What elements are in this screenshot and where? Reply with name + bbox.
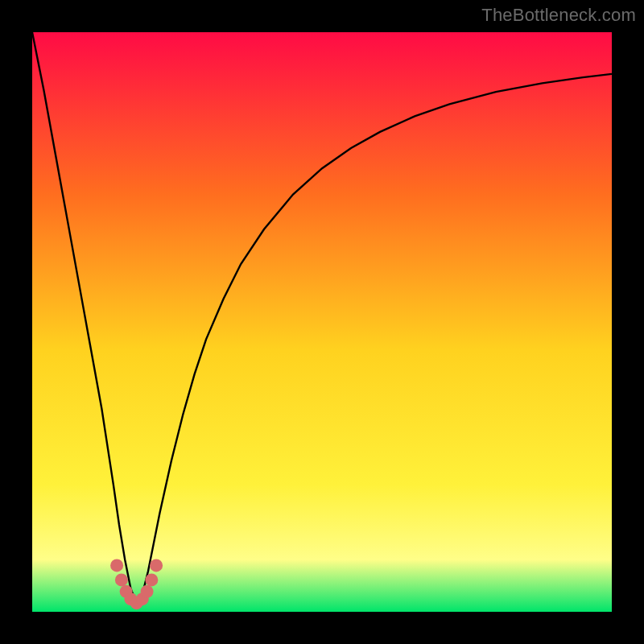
marker-dot bbox=[150, 559, 163, 572]
watermark-text: TheBottleneck.com bbox=[481, 5, 636, 26]
marker-dot bbox=[115, 573, 128, 586]
marker-dot bbox=[145, 573, 158, 586]
plot-area bbox=[32, 32, 612, 612]
marker-dot bbox=[141, 585, 154, 598]
chart-svg bbox=[32, 32, 612, 612]
marker-dot bbox=[110, 559, 123, 572]
outer-frame: TheBottleneck.com bbox=[0, 0, 644, 644]
